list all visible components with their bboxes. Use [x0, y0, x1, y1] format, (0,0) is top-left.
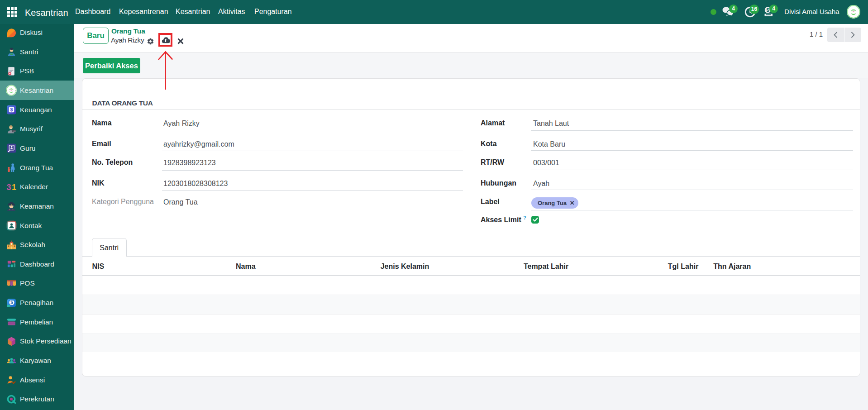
svg-text:$: $	[10, 107, 13, 112]
svg-text:$: $	[10, 300, 13, 305]
svg-text:$: $	[766, 7, 769, 13]
svg-text:1: 1	[11, 183, 16, 192]
svg-text:3: 3	[6, 183, 11, 192]
